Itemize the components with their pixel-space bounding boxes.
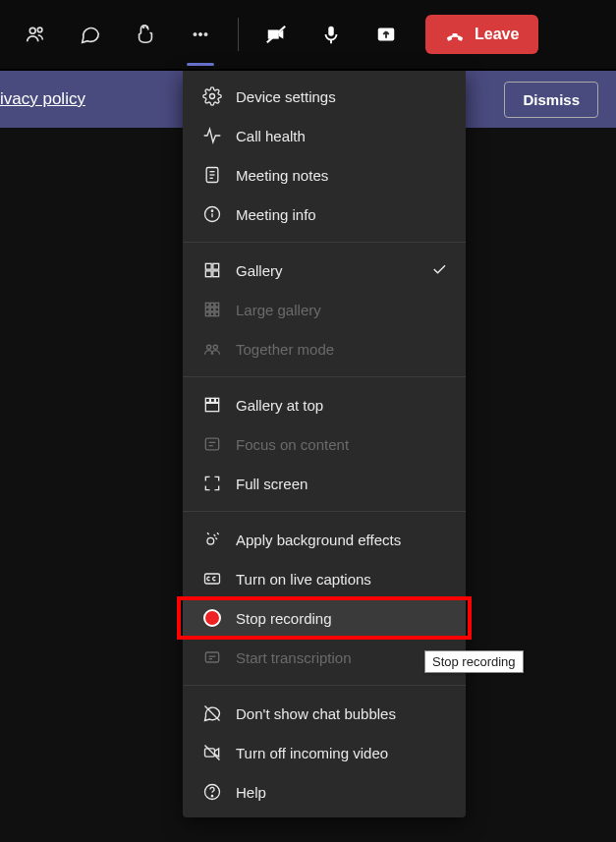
check-icon [430, 260, 448, 281]
svg-point-41 [207, 537, 214, 544]
menu-meeting-info[interactable]: Meeting info [183, 195, 466, 234]
menu-full-screen[interactable]: Full screen [183, 464, 466, 503]
svg-point-1 [37, 28, 42, 32]
svg-point-6 [204, 32, 207, 35]
video-off-icon [202, 743, 222, 762]
people-button[interactable] [12, 13, 59, 56]
menu-label: Gallery [236, 262, 283, 279]
menu-separator [183, 242, 466, 243]
menu-large-gallery: Large gallery [183, 290, 466, 329]
menu-separator [183, 376, 466, 377]
gear-icon [202, 86, 222, 106]
leave-label: Leave [475, 26, 519, 43]
notes-icon [202, 165, 222, 185]
menu-meeting-notes[interactable]: Meeting notes [183, 155, 466, 195]
menu-stop-recording[interactable]: Stop recording [183, 598, 466, 638]
chat-button[interactable] [67, 13, 114, 56]
help-icon [202, 782, 222, 802]
svg-point-0 [29, 28, 35, 33]
svg-rect-19 [205, 263, 211, 269]
menu-label: Device settings [236, 88, 336, 105]
menu-gallery[interactable]: Gallery [183, 251, 466, 290]
more-actions-button[interactable] [177, 13, 224, 56]
menu-call-health[interactable]: Call health [183, 116, 466, 155]
record-icon [202, 608, 222, 628]
cc-icon [202, 569, 222, 589]
menu-label: Turn off incoming video [236, 745, 388, 761]
fullscreen-icon [202, 474, 222, 493]
gallery-top-icon [202, 395, 222, 415]
menu-device-settings[interactable]: Device settings [183, 77, 466, 116]
chat-off-icon [202, 703, 222, 723]
menu-label: Call health [236, 128, 306, 144]
svg-rect-8 [328, 27, 334, 36]
menu-gallery-at-top[interactable]: Gallery at top [183, 385, 466, 424]
dismiss-button[interactable]: Dismiss [504, 82, 598, 118]
svg-rect-21 [205, 271, 211, 277]
menu-label: Together mode [236, 341, 334, 358]
grid-icon [202, 260, 222, 280]
svg-rect-34 [205, 398, 209, 402]
svg-point-4 [194, 32, 196, 35]
menu-label: Start transcription [236, 649, 352, 666]
svg-point-18 [211, 210, 212, 211]
svg-rect-26 [205, 308, 209, 311]
menu-label: Gallery at top [236, 397, 323, 414]
svg-rect-28 [215, 308, 219, 311]
tooltip: Stop recording [424, 650, 524, 673]
svg-rect-43 [205, 652, 218, 662]
menu-together-mode: Together mode [183, 329, 466, 368]
svg-rect-27 [210, 308, 214, 311]
large-grid-icon [202, 300, 222, 319]
menu-separator [183, 685, 466, 686]
camera-button[interactable] [252, 13, 300, 56]
menu-label: Meeting info [236, 206, 316, 223]
menu-label: Large gallery [236, 302, 321, 318]
menu-label: Don't show chat bubbles [236, 705, 396, 722]
menu-hide-chat-bubbles[interactable]: Don't show chat bubbles [183, 694, 466, 733]
pulse-icon [202, 126, 222, 145]
reactions-button[interactable] [122, 13, 169, 56]
bg-effects-icon [202, 530, 222, 549]
svg-line-46 [205, 706, 220, 721]
meeting-toolbar: Leave [0, 0, 616, 71]
svg-rect-30 [210, 312, 214, 316]
menu-label: Focus on content [236, 436, 349, 453]
privacy-policy-link[interactable]: ivacy policy [0, 89, 85, 109]
menu-turn-off-incoming-video[interactable]: Turn off incoming video [183, 733, 466, 772]
share-button[interactable] [363, 13, 410, 56]
menu-separator [183, 511, 466, 512]
svg-rect-22 [213, 271, 219, 277]
svg-rect-20 [213, 263, 219, 269]
active-indicator [187, 63, 214, 66]
svg-point-3 [146, 27, 147, 28]
svg-point-11 [210, 94, 215, 99]
svg-rect-35 [210, 398, 214, 402]
menu-label: Help [236, 784, 266, 801]
transcription-icon [202, 647, 222, 667]
menu-start-transcription: Start transcription [183, 638, 466, 677]
svg-rect-29 [205, 312, 209, 316]
menu-label: Apply background effects [236, 532, 401, 548]
menu-apply-bg-effects[interactable]: Apply background effects [183, 520, 466, 559]
svg-rect-23 [205, 303, 209, 307]
toolbar-divider [238, 18, 239, 51]
hangup-icon [445, 25, 465, 44]
info-icon [202, 204, 222, 224]
microphone-button[interactable] [308, 13, 355, 56]
leave-button[interactable]: Leave [425, 15, 538, 54]
svg-line-48 [205, 746, 220, 760]
svg-rect-24 [210, 303, 214, 307]
svg-point-32 [207, 345, 211, 349]
svg-rect-25 [215, 303, 219, 307]
menu-label: Full screen [236, 476, 308, 492]
menu-live-captions[interactable]: Turn on live captions [183, 559, 466, 598]
menu-label: Stop recording [236, 610, 332, 627]
menu-help[interactable]: Help [183, 772, 466, 812]
svg-rect-36 [215, 398, 218, 402]
menu-focus-on-content: Focus on content [183, 424, 466, 464]
svg-rect-31 [215, 312, 219, 316]
svg-rect-38 [205, 438, 218, 450]
svg-point-2 [143, 27, 144, 28]
svg-point-50 [211, 796, 212, 797]
